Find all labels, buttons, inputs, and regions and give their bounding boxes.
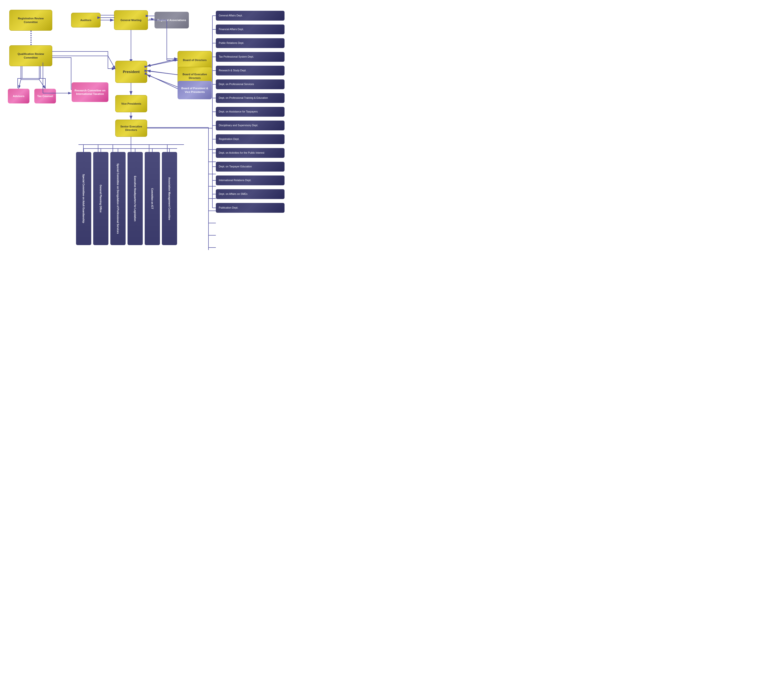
dept-financial-affairs: Financial Affairs Dept. [216, 25, 284, 34]
dept-disciplinary-supervisory: Disciplinary and Supervisory Dept. [216, 121, 284, 130]
dept-research-study: Research & Study Dept. [216, 66, 284, 75]
dept-professional-services: Dept. on Professional Services [216, 79, 284, 89]
dept-public-interest: Dept. on Activities for the Public Inter… [216, 148, 284, 158]
committee-legislation: Executive Headquarters for Legislation [127, 152, 143, 245]
tax-counsel-node: Tax Counsel [34, 89, 56, 103]
committee-ict: Committee on ICT [145, 152, 160, 245]
board-pres-vp-node: Board of President & Vice Presidents [177, 81, 212, 99]
svg-line-84 [148, 75, 177, 89]
svg-line-70 [108, 56, 115, 69]
board-of-directors-node: Board of Directors [177, 51, 212, 69]
svg-line-83 [148, 71, 177, 75]
president-node: President [115, 61, 147, 83]
auditors-node: Auditors [71, 13, 100, 27]
svg-line-9 [147, 75, 178, 87]
dept-professional-training: Dept. on Professional Training & Educati… [216, 93, 284, 103]
committee-general-planning: General Planning Office [93, 152, 109, 245]
svg-line-82 [148, 60, 177, 66]
svg-line-7 [147, 59, 178, 66]
committee-deregulation: Special Committee on Deregulation of Pro… [110, 152, 125, 245]
dept-smes: Dept. on Affairs on SMEs [216, 189, 284, 199]
dept-general-affairs: General Affairs Dept. [216, 11, 284, 21]
research-committee-node: Research Committee on International Taxa… [72, 82, 109, 102]
dept-public-relations: Public Relations Dept. [216, 38, 284, 48]
svg-line-76 [18, 80, 21, 89]
dept-publication: Publication Dept. [216, 203, 284, 213]
regional-associations-node: Regional Associations [155, 12, 189, 28]
dept-registration: Registration Dept. [216, 134, 284, 144]
qualification-review-committee: Qualification Review Committee [9, 45, 52, 66]
committee-adult-guardianship: Special Committee on Adult Guardianship [76, 152, 91, 245]
advisors-node: Advisors [8, 89, 29, 103]
org-chart: Registration Review Committee Qualificat… [2, 2, 292, 260]
dept-international-relations: International Relations Dept. [216, 175, 284, 185]
dept-assistance-taxpayers: Dept. on Assistance for Taxpayers [216, 107, 284, 117]
dept-taxpayer-education: Dept. on Taxpayer Education [216, 162, 284, 172]
general-meeting-node: General Meeting [114, 10, 148, 30]
vice-presidents-node: Vice Presidents [115, 95, 147, 112]
committee-association-management: Association Management Committee [162, 152, 177, 245]
senior-exec-directors-node: Senior Executive Directors [115, 120, 147, 137]
dept-tax-professional-system: Tax Professional System Dept. [216, 52, 284, 62]
registration-review-committee: Registration Review Committee [9, 10, 52, 31]
svg-line-8 [147, 71, 178, 75]
svg-line-77 [39, 80, 45, 89]
